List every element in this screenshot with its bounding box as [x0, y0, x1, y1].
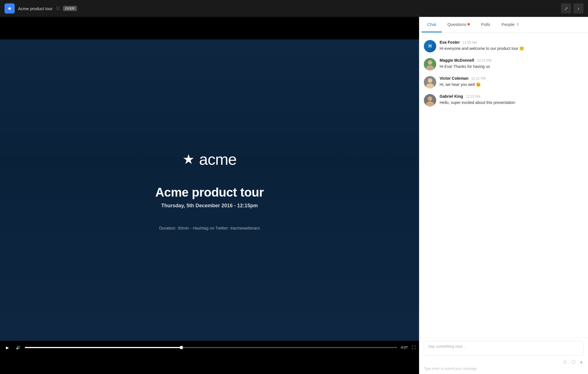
- tab-chat-label: Chat: [427, 22, 436, 27]
- expand-button[interactable]: ⤢: [561, 3, 571, 14]
- msg-header-gabriel: Gabriel King 12:23 PM: [440, 94, 583, 99]
- msg-text-maggie: Hi Eva! Thanks for having us: [440, 64, 583, 70]
- play-button[interactable]: ▶: [3, 344, 11, 351]
- avatar-svg-victor: [424, 76, 436, 88]
- progress-handle[interactable]: [180, 346, 183, 349]
- tab-polls[interactable]: Polls: [475, 17, 496, 32]
- top-bar-actions: ⤢ ›: [561, 3, 583, 14]
- tab-questions-label: Questions: [447, 22, 467, 27]
- avatar-svg-gabriel: [424, 94, 436, 106]
- svg-point-5: [428, 78, 432, 83]
- msg-text-victor: Hi, we hear you well 😉: [440, 82, 583, 88]
- logo-star-icon: ★: [7, 5, 12, 12]
- msg-text-eva: Hi everyone and welcome to our product t…: [440, 46, 583, 52]
- tab-chat[interactable]: Chat: [422, 17, 442, 32]
- app-container: ★ Acme product tour ⓘ OVER ⤢ › ★ acm: [0, 0, 588, 374]
- msg-time-victor: 12:22 PM: [471, 77, 485, 81]
- tabs-row: Chat Questions Polls People 5: [419, 17, 588, 33]
- video-main: ★ acme Acme product tour Thursday, 5th D…: [0, 39, 419, 341]
- msg-time-gabriel: 12:23 PM: [466, 95, 480, 99]
- message-item: Gabriel King 12:23 PM Hello, super excit…: [419, 91, 588, 109]
- expand-icon: ⤢: [564, 6, 568, 11]
- msg-header-victor: Victor Coleman 12:22 PM: [440, 76, 583, 81]
- progress-fill: [25, 347, 181, 348]
- acme-name: acme: [199, 150, 237, 168]
- mute-button[interactable]: 🔊: [14, 344, 22, 351]
- video-controls: ▶ 🔊 -0:07 ⛶: [0, 341, 419, 354]
- tab-questions[interactable]: Questions: [442, 17, 476, 32]
- acme-logo-area: ★ acme: [155, 150, 264, 168]
- messages-area: H Eva Foster 11:55 AM Hi everyone and we…: [419, 33, 588, 337]
- input-actions: ☺ ⬡ ▲: [424, 357, 583, 366]
- questions-badge: [467, 23, 470, 25]
- fullscreen-button[interactable]: ⛶: [412, 345, 416, 350]
- msg-name-eva: Eva Foster: [440, 40, 460, 44]
- msg-header-eva: Eva Foster 11:55 AM: [440, 40, 583, 44]
- msg-time-eva: 11:55 AM: [463, 41, 477, 44]
- emoji-icon[interactable]: ☺: [562, 359, 568, 365]
- avatar-gabriel: [424, 94, 436, 106]
- avatar-maggie: [424, 58, 436, 70]
- msg-name-gabriel: Gabriel King: [440, 94, 463, 99]
- over-badge: OVER: [63, 6, 77, 11]
- app-logo: ★: [5, 3, 15, 14]
- svg-point-8: [428, 96, 432, 101]
- video-date: Thursday, 5th December 2016 - 12:15pm: [155, 203, 264, 209]
- message-item: Victor Coleman 12:22 PM Hi, we hear you …: [419, 73, 588, 91]
- video-area: ★ acme Acme product tour Thursday, 5th D…: [0, 17, 419, 374]
- msg-body-maggie: Maggie McDonnell 12:21 PM Hi Eva! Thanks…: [440, 58, 583, 70]
- message-input[interactable]: [424, 341, 583, 356]
- webinar-title: Acme product tour: [18, 6, 53, 11]
- top-bar: ★ Acme product tour ⓘ OVER ⤢ ›: [0, 0, 588, 17]
- video-main-title: Acme product tour: [155, 185, 264, 199]
- msg-body-eva: Eva Foster 11:55 AM Hi everyone and welc…: [440, 40, 583, 52]
- info-icon[interactable]: ⓘ: [56, 6, 60, 11]
- acme-star-icon: ★: [182, 151, 195, 167]
- message-item: H Eva Foster 11:55 AM Hi everyone and we…: [419, 37, 588, 55]
- fullscreen-icon: ⛶: [412, 345, 416, 350]
- avatar-eva: H: [424, 40, 436, 52]
- input-hint: Type enter to submit your message: [424, 366, 583, 372]
- msg-body-gabriel: Gabriel King 12:23 PM Hello, super excit…: [440, 94, 583, 106]
- avatar-letter-eva: H: [428, 44, 432, 49]
- tab-people[interactable]: People 5: [496, 17, 525, 32]
- attach-icon[interactable]: ⬡: [571, 359, 576, 365]
- next-icon: ›: [578, 6, 579, 12]
- svg-point-3: [428, 61, 432, 64]
- play-icon: ▶: [6, 345, 9, 350]
- people-count: 5: [517, 22, 519, 26]
- chat-sidebar: Chat Questions Polls People 5: [419, 17, 588, 374]
- mute-icon: 🔊: [16, 346, 20, 350]
- progress-bar[interactable]: [25, 347, 397, 348]
- msg-header-maggie: Maggie McDonnell 12:21 PM: [440, 58, 583, 63]
- msg-name-victor: Victor Coleman: [440, 76, 468, 81]
- video-black-bottom: [0, 354, 419, 374]
- msg-text-gabriel: Hello, super excited about this presenta…: [440, 100, 583, 106]
- avatar-victor: [424, 76, 436, 88]
- tab-people-label: People: [502, 22, 515, 27]
- message-item: Maggie McDonnell 12:21 PM Hi Eva! Thanks…: [419, 55, 588, 73]
- video-content: ★ acme Acme product tour Thursday, 5th D…: [155, 150, 264, 230]
- next-button[interactable]: ›: [573, 3, 583, 14]
- content-row: ★ acme Acme product tour Thursday, 5th D…: [0, 17, 588, 374]
- avatar-face-maggie: [424, 58, 436, 70]
- msg-body-victor: Victor Coleman 12:22 PM Hi, we hear you …: [440, 76, 583, 88]
- msg-name-maggie: Maggie McDonnell: [440, 58, 474, 63]
- avatar-svg-maggie: [424, 58, 436, 70]
- input-area: ☺ ⬡ ▲ Type enter to submit your message: [419, 337, 588, 374]
- msg-time-maggie: 12:21 PM: [477, 59, 491, 63]
- tab-polls-label: Polls: [481, 22, 490, 27]
- video-black-top: [0, 17, 419, 39]
- time-display: -0:07: [400, 346, 408, 349]
- video-footer-info: Duration: 30min - Hashtag on Twitter: #a…: [155, 226, 264, 230]
- upload-icon[interactable]: ▲: [579, 359, 583, 364]
